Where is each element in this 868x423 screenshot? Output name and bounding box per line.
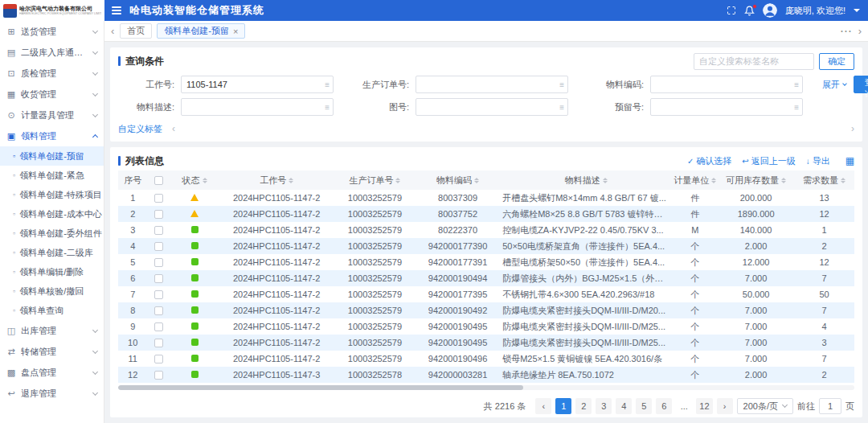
row-checkbox[interactable] <box>154 355 163 363</box>
column-header[interactable]: 状态 <box>170 170 219 190</box>
confirm-select-button[interactable]: ✓确认选择 <box>687 155 731 167</box>
custom-tag-name-input[interactable] <box>694 53 814 70</box>
sidebar-item[interactable]: ⊞送货管理 <box>0 21 104 42</box>
row-checkbox[interactable] <box>154 290 163 299</box>
row-checkbox[interactable] <box>154 194 163 203</box>
sidebar-subitem[interactable]: ▫领料单创建-委外组件 <box>0 224 104 243</box>
sidebar-subitem[interactable]: ▫领料单创建-预留 <box>0 146 104 166</box>
sidebar-item[interactable]: ⊙计量器具管理 <box>0 105 104 125</box>
row-checkbox[interactable] <box>154 339 163 347</box>
row-checkbox[interactable] <box>154 258 163 267</box>
sidebar-item[interactable]: ◫出库管理 <box>0 320 104 341</box>
next-page-icon[interactable]: › <box>717 398 733 414</box>
drawing-no-input[interactable] <box>416 98 568 116</box>
filter-icon[interactable]: ≡ <box>559 103 564 112</box>
back-button[interactable]: ↩返回上一级 <box>742 155 795 167</box>
tabs-scroll-left-icon[interactable]: ‹ <box>111 26 114 36</box>
column-header[interactable]: 可用库存数量 <box>718 170 794 190</box>
sidebar-subitem[interactable]: ▫领料单创建-成本中心 <box>0 204 104 224</box>
export-button[interactable]: ↓导出 <box>806 155 830 167</box>
sidebar-item[interactable]: ▩盘点管理 <box>0 362 104 383</box>
reservation-no-input[interactable] <box>650 98 803 116</box>
filter-icon[interactable]: ≡ <box>325 80 330 89</box>
tags-scroll-left-icon[interactable]: ‹ <box>172 124 175 133</box>
sidebar-item[interactable]: ▦收货管理 <box>0 84 104 105</box>
sidebar-subitem[interactable]: ▫领料单编辑/删除 <box>0 262 104 281</box>
page-button[interactable]: 2 <box>575 398 592 414</box>
column-header[interactable]: 物料编码 <box>416 170 500 190</box>
sidebar-subitem[interactable]: ▫领料单创建-紧急 <box>0 166 104 185</box>
production-order-no-input[interactable] <box>416 76 568 93</box>
row-checkbox[interactable] <box>154 322 163 331</box>
sort-icon[interactable] <box>474 178 479 183</box>
select-all-checkbox[interactable] <box>154 176 163 185</box>
horizontal-scrollbar[interactable] <box>118 385 523 390</box>
cell-seq: 9 <box>118 318 147 335</box>
page-button[interactable]: 5 <box>636 398 652 414</box>
fullscreen-icon[interactable] <box>727 6 736 15</box>
column-header[interactable]: 计量单位 <box>672 170 718 190</box>
custom-tag-link[interactable]: 自定义标签 <box>118 123 162 135</box>
confirm-button[interactable]: 确定 <box>819 53 854 70</box>
page-size-select[interactable]: 200条/页 <box>737 398 793 414</box>
sidebar-item[interactable]: ▣领料管理 <box>0 125 104 146</box>
column-header[interactable]: 生产订单号 <box>334 170 416 190</box>
work-no-input[interactable] <box>181 76 334 93</box>
sidebar-item[interactable]: ▤二级库入库通知单 <box>0 42 104 63</box>
sidebar-collapse-icon[interactable] <box>112 6 121 14</box>
sort-icon[interactable] <box>711 178 716 183</box>
page-button[interactable]: 4 <box>616 398 632 414</box>
action-label: 确认选择 <box>696 155 731 167</box>
page-button[interactable]: 3 <box>596 398 612 414</box>
sort-icon[interactable] <box>841 178 845 183</box>
notice-icon: ▤ <box>6 47 16 58</box>
page-button[interactable]: 12 <box>696 398 712 414</box>
page-button[interactable]: 1 <box>555 398 571 414</box>
filter-icon[interactable]: ≡ <box>559 80 564 89</box>
sidebar-item[interactable]: ↩退库管理 <box>0 383 104 404</box>
cell-select <box>147 318 170 335</box>
row-checkbox[interactable] <box>154 371 163 380</box>
column-header[interactable]: 需求数量 <box>794 170 854 190</box>
tab[interactable]: 领料单创建-预留× <box>157 23 245 39</box>
material-desc-input[interactable] <box>181 98 334 116</box>
goto-page-input[interactable] <box>819 398 841 414</box>
notification-bell-icon[interactable] <box>744 6 755 16</box>
column-header[interactable]: 物料描述 <box>500 170 672 190</box>
cell-material-code: 942000177390 <box>416 238 500 254</box>
tabs-scroll-right-icon[interactable]: › <box>858 26 862 36</box>
filter-icon[interactable]: ≡ <box>325 103 330 112</box>
sidebar-subitem[interactable]: ▫领料单创建-二级库 <box>0 243 104 262</box>
close-tab-icon[interactable]: × <box>233 27 238 36</box>
sidebar-subitem[interactable]: ▫领料单创建-特殊项目 <box>0 185 104 204</box>
tabs-more-icon[interactable]: ··· <box>841 26 853 37</box>
row-checkbox[interactable] <box>154 226 163 235</box>
avatar[interactable] <box>763 3 777 18</box>
material-code-input[interactable] <box>650 76 803 93</box>
sidebar-item[interactable]: ⇄转储管理 <box>0 341 104 362</box>
tags-scroll-right-icon[interactable]: › <box>851 124 854 133</box>
expand-toggle-link[interactable]: 展开 <box>822 79 846 91</box>
page-button[interactable]: 6 <box>656 398 672 414</box>
user-menu-chevron-down-icon[interactable] <box>854 9 860 15</box>
sort-icon[interactable] <box>289 178 293 183</box>
sort-icon[interactable] <box>395 178 400 183</box>
section-accent <box>118 156 121 166</box>
row-checkbox[interactable] <box>154 210 163 219</box>
row-checkbox[interactable] <box>154 274 163 283</box>
tab[interactable]: 首页 <box>120 23 152 39</box>
sort-icon[interactable] <box>781 178 786 183</box>
columns-settings-icon[interactable]: ▦ <box>845 155 854 166</box>
sort-icon[interactable] <box>603 178 608 183</box>
sidebar-subitem[interactable]: ▫领料单核验/撤回 <box>0 281 104 301</box>
prev-page-icon[interactable]: ‹ <box>535 398 551 414</box>
row-checkbox[interactable] <box>154 306 163 315</box>
row-checkbox[interactable] <box>154 242 163 251</box>
column-header[interactable]: 工作号 <box>219 170 334 190</box>
filter-icon[interactable]: ≡ <box>794 103 799 112</box>
sidebar-item[interactable]: ⊡质检管理 <box>0 63 104 84</box>
sidebar-subitem[interactable]: ▫领料单查询 <box>0 301 104 320</box>
filter-icon[interactable]: ≡ <box>794 80 799 89</box>
sort-icon[interactable] <box>203 178 207 183</box>
search-button[interactable]: 查询 <box>854 76 868 93</box>
